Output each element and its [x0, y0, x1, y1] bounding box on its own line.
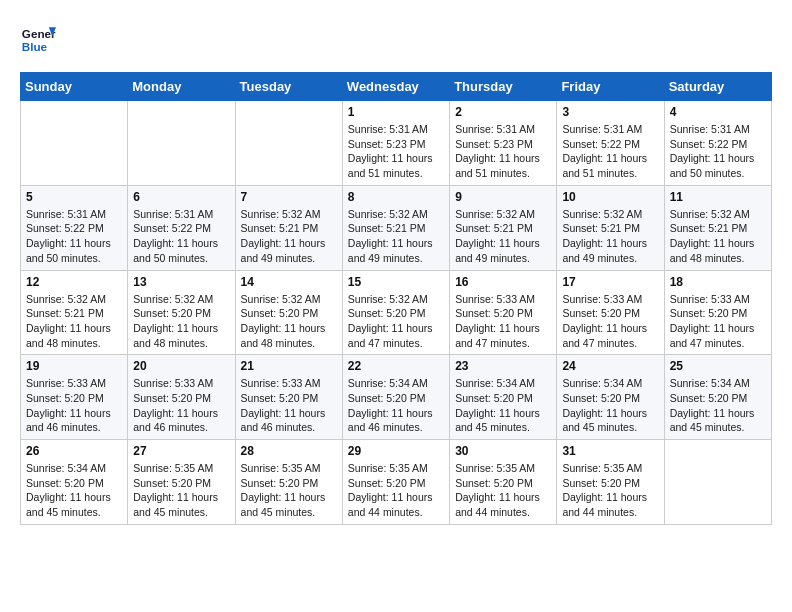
day-info: Sunrise: 5:34 AM Sunset: 5:20 PM Dayligh…: [562, 376, 658, 435]
calendar-cell: 3Sunrise: 5:31 AM Sunset: 5:22 PM Daylig…: [557, 101, 664, 186]
calendar-cell: 21Sunrise: 5:33 AM Sunset: 5:20 PM Dayli…: [235, 355, 342, 440]
day-info: Sunrise: 5:31 AM Sunset: 5:22 PM Dayligh…: [670, 122, 766, 181]
day-info: Sunrise: 5:32 AM Sunset: 5:21 PM Dayligh…: [26, 292, 122, 351]
calendar-cell: [21, 101, 128, 186]
logo-icon: General Blue: [20, 20, 56, 56]
day-number: 14: [241, 275, 337, 289]
calendar-cell: 25Sunrise: 5:34 AM Sunset: 5:20 PM Dayli…: [664, 355, 771, 440]
day-number: 13: [133, 275, 229, 289]
calendar-week-row: 12Sunrise: 5:32 AM Sunset: 5:21 PM Dayli…: [21, 270, 772, 355]
day-number: 27: [133, 444, 229, 458]
calendar-cell: 7Sunrise: 5:32 AM Sunset: 5:21 PM Daylig…: [235, 185, 342, 270]
calendar-cell: 26Sunrise: 5:34 AM Sunset: 5:20 PM Dayli…: [21, 440, 128, 525]
day-info: Sunrise: 5:35 AM Sunset: 5:20 PM Dayligh…: [562, 461, 658, 520]
day-info: Sunrise: 5:35 AM Sunset: 5:20 PM Dayligh…: [133, 461, 229, 520]
day-number: 31: [562, 444, 658, 458]
calendar-cell: 28Sunrise: 5:35 AM Sunset: 5:20 PM Dayli…: [235, 440, 342, 525]
day-number: 19: [26, 359, 122, 373]
day-number: 8: [348, 190, 444, 204]
calendar-cell: 9Sunrise: 5:32 AM Sunset: 5:21 PM Daylig…: [450, 185, 557, 270]
day-number: 28: [241, 444, 337, 458]
calendar-cell: 29Sunrise: 5:35 AM Sunset: 5:20 PM Dayli…: [342, 440, 449, 525]
day-number: 7: [241, 190, 337, 204]
calendar-cell: 14Sunrise: 5:32 AM Sunset: 5:20 PM Dayli…: [235, 270, 342, 355]
day-info: Sunrise: 5:33 AM Sunset: 5:20 PM Dayligh…: [670, 292, 766, 351]
calendar-cell: 12Sunrise: 5:32 AM Sunset: 5:21 PM Dayli…: [21, 270, 128, 355]
calendar-cell: 20Sunrise: 5:33 AM Sunset: 5:20 PM Dayli…: [128, 355, 235, 440]
day-info: Sunrise: 5:32 AM Sunset: 5:20 PM Dayligh…: [241, 292, 337, 351]
day-info: Sunrise: 5:31 AM Sunset: 5:22 PM Dayligh…: [562, 122, 658, 181]
day-info: Sunrise: 5:34 AM Sunset: 5:20 PM Dayligh…: [26, 461, 122, 520]
weekday-header: Wednesday: [342, 73, 449, 101]
calendar-cell: 24Sunrise: 5:34 AM Sunset: 5:20 PM Dayli…: [557, 355, 664, 440]
day-number: 5: [26, 190, 122, 204]
day-number: 9: [455, 190, 551, 204]
day-number: 25: [670, 359, 766, 373]
calendar-cell: 16Sunrise: 5:33 AM Sunset: 5:20 PM Dayli…: [450, 270, 557, 355]
day-info: Sunrise: 5:35 AM Sunset: 5:20 PM Dayligh…: [455, 461, 551, 520]
day-number: 15: [348, 275, 444, 289]
calendar-week-row: 19Sunrise: 5:33 AM Sunset: 5:20 PM Dayli…: [21, 355, 772, 440]
day-number: 16: [455, 275, 551, 289]
day-number: 20: [133, 359, 229, 373]
weekday-header: Sunday: [21, 73, 128, 101]
calendar-cell: 18Sunrise: 5:33 AM Sunset: 5:20 PM Dayli…: [664, 270, 771, 355]
calendar-week-row: 26Sunrise: 5:34 AM Sunset: 5:20 PM Dayli…: [21, 440, 772, 525]
day-info: Sunrise: 5:31 AM Sunset: 5:23 PM Dayligh…: [455, 122, 551, 181]
page-header: General Blue: [20, 20, 772, 56]
calendar-cell: 23Sunrise: 5:34 AM Sunset: 5:20 PM Dayli…: [450, 355, 557, 440]
weekday-header: Tuesday: [235, 73, 342, 101]
day-info: Sunrise: 5:33 AM Sunset: 5:20 PM Dayligh…: [26, 376, 122, 435]
day-info: Sunrise: 5:33 AM Sunset: 5:20 PM Dayligh…: [455, 292, 551, 351]
day-info: Sunrise: 5:32 AM Sunset: 5:21 PM Dayligh…: [562, 207, 658, 266]
calendar-cell: 31Sunrise: 5:35 AM Sunset: 5:20 PM Dayli…: [557, 440, 664, 525]
day-number: 6: [133, 190, 229, 204]
day-info: Sunrise: 5:31 AM Sunset: 5:22 PM Dayligh…: [26, 207, 122, 266]
weekday-header: Monday: [128, 73, 235, 101]
day-info: Sunrise: 5:32 AM Sunset: 5:21 PM Dayligh…: [348, 207, 444, 266]
day-number: 4: [670, 105, 766, 119]
calendar-cell: 30Sunrise: 5:35 AM Sunset: 5:20 PM Dayli…: [450, 440, 557, 525]
day-number: 24: [562, 359, 658, 373]
day-number: 2: [455, 105, 551, 119]
weekday-header: Thursday: [450, 73, 557, 101]
day-info: Sunrise: 5:31 AM Sunset: 5:22 PM Dayligh…: [133, 207, 229, 266]
calendar-cell: 6Sunrise: 5:31 AM Sunset: 5:22 PM Daylig…: [128, 185, 235, 270]
day-number: 30: [455, 444, 551, 458]
day-info: Sunrise: 5:32 AM Sunset: 5:20 PM Dayligh…: [348, 292, 444, 351]
weekday-header: Saturday: [664, 73, 771, 101]
day-info: Sunrise: 5:35 AM Sunset: 5:20 PM Dayligh…: [348, 461, 444, 520]
day-number: 1: [348, 105, 444, 119]
weekday-header: Friday: [557, 73, 664, 101]
calendar-cell: [664, 440, 771, 525]
calendar-cell: 1Sunrise: 5:31 AM Sunset: 5:23 PM Daylig…: [342, 101, 449, 186]
day-number: 18: [670, 275, 766, 289]
svg-text:Blue: Blue: [22, 40, 48, 53]
day-info: Sunrise: 5:33 AM Sunset: 5:20 PM Dayligh…: [562, 292, 658, 351]
day-info: Sunrise: 5:32 AM Sunset: 5:21 PM Dayligh…: [455, 207, 551, 266]
day-number: 21: [241, 359, 337, 373]
logo: General Blue: [20, 20, 56, 56]
calendar-cell: 17Sunrise: 5:33 AM Sunset: 5:20 PM Dayli…: [557, 270, 664, 355]
day-info: Sunrise: 5:32 AM Sunset: 5:20 PM Dayligh…: [133, 292, 229, 351]
calendar-week-row: 1Sunrise: 5:31 AM Sunset: 5:23 PM Daylig…: [21, 101, 772, 186]
day-number: 23: [455, 359, 551, 373]
calendar-cell: 2Sunrise: 5:31 AM Sunset: 5:23 PM Daylig…: [450, 101, 557, 186]
day-number: 17: [562, 275, 658, 289]
calendar-cell: [235, 101, 342, 186]
day-info: Sunrise: 5:34 AM Sunset: 5:20 PM Dayligh…: [670, 376, 766, 435]
calendar-cell: [128, 101, 235, 186]
calendar-cell: 10Sunrise: 5:32 AM Sunset: 5:21 PM Dayli…: [557, 185, 664, 270]
day-info: Sunrise: 5:31 AM Sunset: 5:23 PM Dayligh…: [348, 122, 444, 181]
calendar-cell: 19Sunrise: 5:33 AM Sunset: 5:20 PM Dayli…: [21, 355, 128, 440]
day-info: Sunrise: 5:35 AM Sunset: 5:20 PM Dayligh…: [241, 461, 337, 520]
day-number: 29: [348, 444, 444, 458]
weekday-header-row: SundayMondayTuesdayWednesdayThursdayFrid…: [21, 73, 772, 101]
calendar-cell: 8Sunrise: 5:32 AM Sunset: 5:21 PM Daylig…: [342, 185, 449, 270]
day-info: Sunrise: 5:33 AM Sunset: 5:20 PM Dayligh…: [241, 376, 337, 435]
day-number: 10: [562, 190, 658, 204]
day-number: 22: [348, 359, 444, 373]
calendar-table: SundayMondayTuesdayWednesdayThursdayFrid…: [20, 72, 772, 525]
calendar-week-row: 5Sunrise: 5:31 AM Sunset: 5:22 PM Daylig…: [21, 185, 772, 270]
day-info: Sunrise: 5:34 AM Sunset: 5:20 PM Dayligh…: [348, 376, 444, 435]
